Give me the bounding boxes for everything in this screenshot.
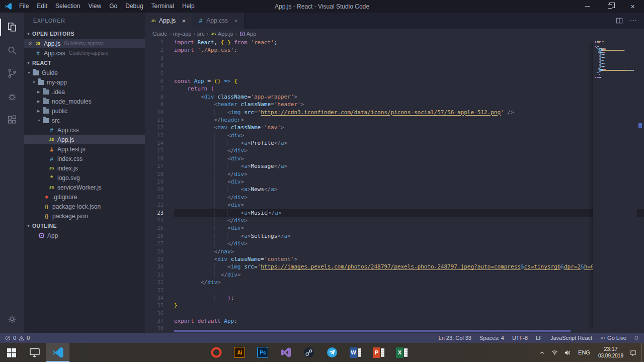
line-number[interactable]: 37 xyxy=(145,317,174,325)
line-number[interactable]: 34 xyxy=(145,294,174,302)
code-line-8[interactable]: 8 <div className='app-wrapper'> xyxy=(145,93,644,101)
status-lf[interactable]: LF xyxy=(536,335,542,341)
line-number[interactable]: 30 xyxy=(145,263,174,270)
status-javascript-react[interactable]: JavaScript React xyxy=(550,335,592,341)
line-number[interactable]: 22 xyxy=(145,201,174,209)
start-taskbar-button[interactable] xyxy=(0,343,23,362)
menu-terminal[interactable]: Terminal xyxy=(147,0,178,13)
line-number[interactable]: 8 xyxy=(145,93,174,101)
code-line-34[interactable]: 34 ); xyxy=(145,294,644,302)
restore-button[interactable] xyxy=(599,0,621,13)
manage-button[interactable] xyxy=(0,308,24,331)
menu-selection[interactable]: Selection xyxy=(51,0,84,13)
code-line-13[interactable]: 13 <div> xyxy=(145,132,644,139)
line-number[interactable]: 12 xyxy=(145,124,174,131)
tab-App.js[interactable]: JSApp.js× xyxy=(145,13,192,29)
more-actions-icon[interactable]: ⋯ xyxy=(629,18,637,23)
code-line-24[interactable]: 24 </div> xyxy=(145,217,644,224)
status-go-live[interactable]: Go Live xyxy=(600,335,626,341)
code-line-16[interactable]: 16 <div> xyxy=(145,155,644,162)
excel-taskbar-button[interactable]: X xyxy=(390,343,413,362)
line-number[interactable]: 31 xyxy=(145,271,174,279)
code-line-5[interactable]: 5 xyxy=(145,70,644,77)
line-number[interactable]: 9 xyxy=(145,101,174,108)
code-line-36[interactable]: 36 xyxy=(145,310,644,317)
breadcrumb-my-app[interactable]: my-app xyxy=(173,31,192,37)
minimize-button[interactable] xyxy=(576,0,599,13)
line-number[interactable]: 33 xyxy=(145,287,174,294)
code-line-20[interactable]: 20 <a>News</a> xyxy=(145,186,644,193)
language-indicator[interactable]: ENG xyxy=(574,343,595,362)
files-view-button[interactable] xyxy=(0,16,24,39)
workspace-header[interactable]: ▼ REACT xyxy=(24,58,145,68)
open-editor-App.css[interactable]: ×#App.cssGuide\my-app\src xyxy=(24,48,145,58)
code-line-21[interactable]: 21 </div> xyxy=(145,194,644,201)
code-line-22[interactable]: 22 <div> xyxy=(145,201,644,209)
breadcrumb-App.js[interactable]: JSApp.js xyxy=(210,31,233,37)
line-number[interactable]: 20 xyxy=(145,186,174,193)
line-number[interactable]: 14 xyxy=(145,139,174,147)
split-editor-icon[interactable] xyxy=(616,17,623,24)
code-line-6[interactable]: 6const App = () => { xyxy=(145,77,644,85)
extensions-view-button[interactable] xyxy=(0,108,24,131)
line-number[interactable]: 36 xyxy=(145,310,174,317)
telegram-taskbar-button[interactable] xyxy=(320,343,344,362)
tree-item-package-lock.json[interactable]: {}package-lock.json xyxy=(24,202,145,211)
tree-item-index.css[interactable]: #index.css xyxy=(24,154,145,163)
line-number[interactable]: 3 xyxy=(145,54,174,62)
line-number[interactable]: 16 xyxy=(145,155,174,162)
line-number[interactable]: 1 xyxy=(145,39,174,46)
code-line-19[interactable]: 19 <div> xyxy=(145,178,644,186)
tree-item-logo.svg[interactable]: *logo.svg xyxy=(24,173,145,183)
line-number[interactable]: 26 xyxy=(145,232,174,240)
line-number[interactable]: 11 xyxy=(145,116,174,124)
tree-item-Guide[interactable]: ▼Guide xyxy=(24,68,145,77)
code-line-4[interactable]: 4 xyxy=(145,62,644,69)
code-line-26[interactable]: 26 <a>Settings</a> xyxy=(145,232,644,240)
line-number[interactable]: 17 xyxy=(145,162,174,170)
minimap[interactable] xyxy=(593,39,637,333)
code-line-15[interactable]: 15 </div> xyxy=(145,147,644,154)
code-line-9[interactable]: 9 <header className='header'> xyxy=(145,101,644,108)
tree-item-serviceWorker.js[interactable]: JSserviceWorker.js xyxy=(24,183,145,192)
show-desktop-button[interactable] xyxy=(641,343,644,362)
line-number[interactable]: 27 xyxy=(145,240,174,247)
clock[interactable]: 23:17 03.09.2019 xyxy=(595,346,627,359)
word-taskbar-button[interactable]: W xyxy=(344,343,367,362)
line-number[interactable]: 28 xyxy=(145,248,174,255)
tab-App.css[interactable]: #App.css× xyxy=(192,13,245,29)
line-number[interactable]: 15 xyxy=(145,147,174,154)
computer-taskbar-button[interactable] xyxy=(23,343,46,362)
notifications-bell[interactable] xyxy=(634,335,639,340)
code-line-28[interactable]: 28 </nav> xyxy=(145,248,644,255)
code-line-25[interactable]: 25 <div> xyxy=(145,224,644,232)
code-line-27[interactable]: 27 </div> xyxy=(145,240,644,247)
tree-item-package.json[interactable]: {}package.json xyxy=(24,211,145,221)
problems-status[interactable]: 0 0 xyxy=(5,335,30,341)
code-line-32[interactable]: 32 </div> xyxy=(145,279,644,286)
tree-item-.idea[interactable]: ▶.idea xyxy=(24,87,145,97)
status-spaces-4[interactable]: Spaces: 4 xyxy=(479,335,504,341)
open-editor-App.js[interactable]: ×JSApp.jsGuide\my-app\src xyxy=(24,39,145,48)
debug-view-button[interactable] xyxy=(0,85,24,108)
menu-view[interactable]: View xyxy=(84,0,105,13)
close-window-button[interactable]: × xyxy=(621,0,644,13)
illustrator-taskbar-button[interactable]: Ai xyxy=(228,343,251,362)
horizontal-scrollbar[interactable] xyxy=(174,330,571,332)
tree-item-public[interactable]: ▶public xyxy=(24,106,145,116)
network-icon[interactable] xyxy=(548,343,561,362)
search-view-button[interactable] xyxy=(0,39,24,62)
menu-edit[interactable]: Edit xyxy=(33,0,51,13)
code-line-2[interactable]: 2import './App.css'; xyxy=(145,46,644,54)
steam-taskbar-button[interactable] xyxy=(297,343,320,362)
line-number[interactable]: 6 xyxy=(145,77,174,85)
status-utf-8[interactable]: UTF-8 xyxy=(512,335,528,341)
menu-file[interactable]: File xyxy=(15,0,33,13)
code-line-30[interactable]: 30 <img src='https://images.pexels.com/p… xyxy=(145,263,644,270)
opera-taskbar-button[interactable] xyxy=(205,343,228,362)
menu-help[interactable]: Help xyxy=(178,0,199,13)
source-control-view-button[interactable] xyxy=(0,62,24,85)
open-editors-header[interactable]: ▼ OPEN EDITORS xyxy=(24,29,145,39)
code-line-17[interactable]: 17 <a>Message</a> xyxy=(145,162,644,170)
tree-item-App.test.js[interactable]: App.test.js xyxy=(24,144,145,154)
